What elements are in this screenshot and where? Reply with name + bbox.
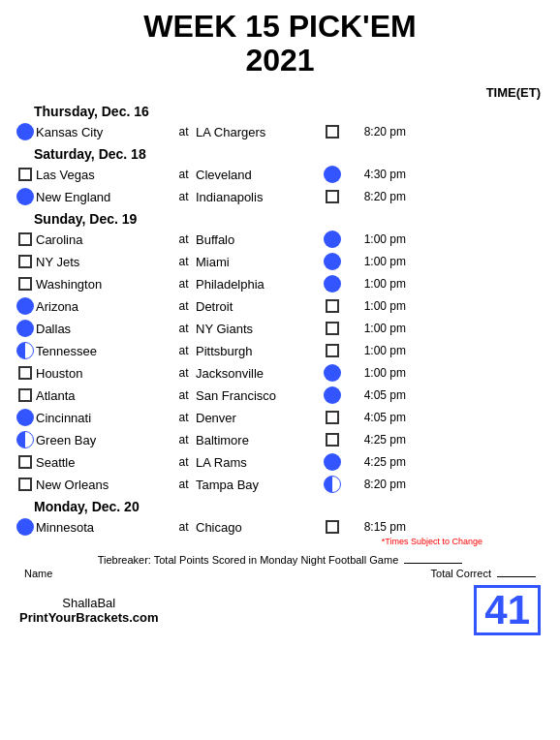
away-team: Philadelphia <box>196 277 322 292</box>
at-text: at <box>171 455 196 469</box>
table-row: Kansas CityatLA Chargers8:20 pm <box>15 121 545 142</box>
table-row: HoustonatJacksonville1:00 pm <box>15 362 545 384</box>
game-time: 4:05 pm <box>343 411 406 424</box>
home-team: Tennessee <box>36 344 171 358</box>
times-subject: *Times Subject to Change <box>15 537 545 546</box>
checkbox-empty-icon <box>326 520 339 534</box>
away-team: Denver <box>196 411 322 425</box>
away-team: Buffalo <box>196 232 322 247</box>
checkbox-empty-icon <box>18 366 32 380</box>
at-text: at <box>171 232 196 246</box>
score-41: 41 <box>474 585 541 635</box>
page-title: WEEK 15 PICK'EM 2021 <box>15 10 545 77</box>
at-text: at <box>171 168 196 181</box>
at-text: at <box>171 190 196 203</box>
home-team: Carolina <box>36 232 171 247</box>
print-your-brackets: PrintYourBrackets.com <box>19 610 159 625</box>
circle-filled-icon <box>324 253 341 270</box>
checkbox-empty-icon <box>326 190 339 203</box>
circle-filled-icon <box>324 364 341 382</box>
checkbox-empty-icon <box>326 125 339 139</box>
home-team: Kansas City <box>36 125 171 139</box>
game-time: 1:00 pm <box>343 322 406 335</box>
tiebreaker-desc: Total Points Scored in Monday Night Foot… <box>154 554 399 566</box>
home-team: Cincinnati <box>36 411 171 425</box>
tiebreaker-line[interactable] <box>404 563 462 564</box>
away-team: Baltimore <box>196 433 322 447</box>
checkbox-empty-icon <box>18 478 32 491</box>
table-row: AtlantaatSan Francisco4:05 pm <box>15 385 545 406</box>
table-row: NY JetsatMiami1:00 pm <box>15 251 545 272</box>
checkbox-empty-icon <box>18 388 32 402</box>
home-team: Atlanta <box>36 388 171 403</box>
footer-section: ShallaBal PrintYourBrackets.com 41 <box>15 585 545 635</box>
home-team: Seattle <box>36 455 171 470</box>
home-team: New Orleans <box>36 478 171 492</box>
away-team: LA Chargers <box>196 125 322 139</box>
circle-filled-icon <box>16 188 34 205</box>
game-time: 8:20 pm <box>343 190 406 203</box>
tiebreaker-label: Tiebreaker: <box>98 554 151 566</box>
at-text: at <box>171 366 196 380</box>
checkbox-empty-icon <box>326 411 339 424</box>
game-time: 4:25 pm <box>343 455 406 469</box>
title-line2: 2021 <box>15 44 545 77</box>
home-team: Washington <box>36 277 171 292</box>
checkbox-empty-icon <box>18 255 32 268</box>
at-text: at <box>171 299 196 313</box>
title-line1: WEEK 15 PICK'EM <box>15 10 545 44</box>
at-text: at <box>171 322 196 335</box>
checkbox-empty-icon <box>326 344 339 357</box>
circle-filled-icon <box>16 409 34 426</box>
game-time: 1:00 pm <box>343 344 406 357</box>
table-row: New EnglandatIndianapolis8:20 pm <box>15 186 545 207</box>
table-row: New OrleansatTampa Bay8:20 pm <box>15 474 545 495</box>
at-text: at <box>171 478 196 491</box>
circle-filled-icon <box>16 297 34 315</box>
circle-half-icon <box>16 431 34 448</box>
day-header: Thursday, Dec. 16 <box>34 104 545 119</box>
game-time: 1:00 pm <box>343 366 406 380</box>
circle-filled-icon <box>324 275 341 293</box>
at-text: at <box>171 388 196 402</box>
table-row: SeattleatLA Rams4:25 pm <box>15 451 545 473</box>
circle-filled-icon <box>16 518 34 536</box>
circle-filled-icon <box>16 320 34 337</box>
table-row: MinnesotaatChicago8:15 pm <box>15 516 545 538</box>
home-team: Dallas <box>36 322 171 336</box>
tiebreaker-section: Tiebreaker: Total Points Scored in Monda… <box>15 554 545 566</box>
circle-filled-icon <box>324 166 341 183</box>
name-correct-row: Name Total Correct <box>15 566 545 581</box>
home-team: Las Vegas <box>36 168 171 182</box>
away-team: Tampa Bay <box>196 478 322 492</box>
time-header: TIME(ET) <box>486 85 545 100</box>
total-correct-label: Total Correct <box>431 568 536 579</box>
checkbox-empty-icon <box>18 277 32 291</box>
table-row: ArizonaatDetroit1:00 pm <box>15 295 545 317</box>
home-team: NY Jets <box>36 255 171 269</box>
game-time: 1:00 pm <box>343 299 406 313</box>
footer-brand: ShallaBal PrintYourBrackets.com <box>19 596 159 625</box>
at-text: at <box>171 255 196 268</box>
away-team: Detroit <box>196 299 322 314</box>
circle-filled-icon <box>324 386 341 404</box>
game-time: 8:15 pm <box>343 520 406 534</box>
away-team: Indianapolis <box>196 190 322 204</box>
away-team: LA Rams <box>196 455 322 470</box>
games-container: Thursday, Dec. 16Kansas CityatLA Charger… <box>15 104 545 538</box>
circle-filled-icon <box>16 123 34 140</box>
at-text: at <box>171 433 196 447</box>
away-team: NY Giants <box>196 322 322 336</box>
table-row: Las VegasatCleveland4:30 pm <box>15 164 545 185</box>
table-row: WashingtonatPhiladelphia1:00 pm <box>15 273 545 294</box>
game-time: 1:00 pm <box>343 232 406 246</box>
checkbox-empty-icon <box>326 322 339 335</box>
home-team: Minnesota <box>36 520 171 535</box>
shallabals-logo: ShallaBal <box>19 596 159 610</box>
table-row: DallasatNY Giants1:00 pm <box>15 318 545 339</box>
home-team: Arizona <box>36 299 171 314</box>
away-team: Pittsburgh <box>196 344 322 358</box>
game-time: 1:00 pm <box>343 255 406 268</box>
table-row: TennesseeatPittsburgh1:00 pm <box>15 340 545 361</box>
name-label: Name <box>24 568 52 579</box>
